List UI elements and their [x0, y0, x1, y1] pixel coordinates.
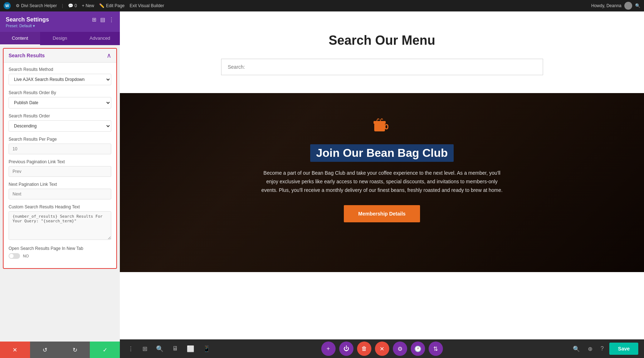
new-tab-label: Open Search Results Page In New Tab	[9, 246, 111, 251]
redo-button[interactable]: ↻	[60, 342, 90, 358]
check-icon: ✓	[103, 347, 107, 353]
desktop-icon[interactable]: 🖥	[170, 343, 180, 354]
svg-rect-0	[374, 124, 385, 131]
prev-link-label: Previous Pagination Link Text	[9, 159, 111, 164]
main-layout: Search Settings ⊞ ▤ ⋮ Preset: Default ▾ …	[0, 11, 644, 358]
next-link-field-group: Next Pagination Link Text	[9, 182, 111, 199]
divi-search-helper-link[interactable]: ⚙ Divi Search Helper	[16, 3, 57, 8]
more-icon[interactable]: ⋮	[109, 16, 114, 23]
more-options-icon[interactable]: ⋮	[126, 343, 136, 355]
help-icon[interactable]: ?	[598, 343, 606, 354]
order-by-select[interactable]: Publish DateTitleRelevanceModified Date	[9, 97, 111, 108]
collapse-button[interactable]: ∧	[107, 52, 111, 59]
close-button[interactable]: ✕	[0, 342, 30, 358]
power-button[interactable]: ⏻	[339, 342, 353, 356]
bean-bag-club-section: Join Our Bean Bag Club Become a part of …	[120, 93, 644, 272]
redo-icon: ↻	[73, 347, 77, 353]
bean-bag-body: Become a part of our Bean Bag Club and t…	[260, 169, 504, 194]
toolbar-left: ⋮ ⊞ 🔍 🖥 ⬜ 📱	[126, 343, 213, 355]
panel-title-icons: ⊞ ▤ ⋮	[92, 16, 114, 23]
next-link-label: Next Pagination Link Text	[9, 182, 111, 187]
admin-search-icon[interactable]: 🔍	[635, 3, 640, 8]
fullscreen-icon[interactable]: ⊞	[92, 16, 97, 23]
save-button[interactable]: Save	[609, 343, 638, 355]
panel-bottom: ✕ ↺ ↻ ✓	[0, 342, 120, 358]
new-tab-toggle[interactable]	[9, 253, 20, 259]
order-field-group: Search Results Order DescendingAscending	[9, 113, 111, 132]
search-right-icon[interactable]: 🔍	[571, 343, 582, 354]
panel-content: Search Results ∧ Search Results Method L…	[0, 45, 120, 342]
toggle-row: NO	[9, 253, 111, 259]
search-input[interactable]	[221, 59, 543, 75]
exit-builder-link[interactable]: Exit Visual Builder	[130, 3, 164, 8]
method-select[interactable]: Live AJAX Search Results DropdownStandar…	[9, 74, 111, 85]
search-box-container	[221, 59, 543, 75]
close-x-button[interactable]: ✕	[375, 342, 389, 356]
grid-icon[interactable]: ⊞	[140, 343, 150, 355]
toggle-no-label: NO	[23, 254, 29, 258]
svg-rect-2	[374, 121, 386, 124]
edit-page-link[interactable]: ✏️ Edit Page	[99, 3, 125, 8]
avatar[interactable]	[624, 2, 632, 10]
search-toolbar-icon[interactable]: 🔍	[154, 343, 166, 355]
next-link-input[interactable]	[9, 189, 111, 199]
order-select[interactable]: DescendingAscending	[9, 120, 111, 132]
canvas-area: Search Our Menu Join Our B	[120, 11, 644, 358]
heading-text-textarea[interactable]: {number_of_results} Search Results For Y…	[9, 211, 111, 240]
bottom-toolbar: ⋮ ⊞ 🔍 🖥 ⬜ 📱 + ⏻ 🗑 ✕ ⚙ 🕐 ⇅ 🔍 ⊕ ? Save	[120, 339, 644, 358]
left-panel: Search Settings ⊞ ▤ ⋮ Preset: Default ▾ …	[0, 11, 120, 358]
prev-link-field-group: Previous Pagination Link Text	[9, 159, 111, 177]
section-header-title: Search Results	[9, 53, 45, 58]
layout-icon[interactable]: ▤	[100, 16, 105, 23]
undo-button[interactable]: ↺	[30, 342, 60, 358]
method-label: Search Results Method	[9, 67, 111, 72]
sep1: |	[62, 3, 63, 8]
section-body: Search Results Method Live AJAX Search R…	[4, 63, 116, 268]
wp-logo[interactable]: W	[4, 2, 11, 9]
settings-button[interactable]: ⚙	[393, 342, 407, 356]
preset-label[interactable]: Preset: Default ▾	[6, 24, 114, 28]
canvas-content: Search Our Menu Join Our B	[120, 11, 644, 339]
prev-link-input[interactable]	[9, 166, 111, 177]
comment-icon: 💬	[68, 3, 73, 8]
panel-header: Search Settings ⊞ ▤ ⋮ Preset: Default ▾	[0, 11, 120, 32]
per-page-input[interactable]	[9, 144, 111, 154]
tablet-icon[interactable]: ⬜	[185, 343, 196, 355]
order-by-field-group: Search Results Order By Publish DateTitl…	[9, 90, 111, 108]
per-page-field-group: Search Results Per Page	[9, 137, 111, 154]
method-field-group: Search Results Method Live AJAX Search R…	[9, 67, 111, 85]
tab-advanced[interactable]: Advanced	[80, 32, 120, 45]
heading-text-field-group: Custom Search Results Heading Text {numb…	[9, 204, 111, 241]
adjust-button[interactable]: ⇅	[429, 342, 443, 356]
toolbar-center: + ⏻ 🗑 ✕ ⚙ 🕐 ⇅	[321, 342, 443, 356]
section-header: Search Results ∧	[4, 49, 116, 63]
new-tab-field-group: Open Search Results Page In New Tab NO	[9, 246, 111, 259]
search-our-menu-section: Search Our Menu	[120, 11, 644, 93]
layers-icon[interactable]: ⊕	[586, 343, 595, 354]
svg-rect-1	[385, 125, 388, 129]
search-results-section-box: Search Results ∧ Search Results Method L…	[3, 48, 117, 269]
search-heading: Search Our Menu	[127, 33, 637, 48]
tab-bar: Content Design Advanced	[0, 32, 120, 45]
tab-content[interactable]: Content	[0, 32, 40, 45]
new-menu-item[interactable]: + New	[82, 3, 94, 8]
membership-details-button[interactable]: Membership Details	[344, 205, 420, 222]
toolbar-right: 🔍 ⊕ ? Save	[571, 343, 638, 355]
mobile-icon[interactable]: 📱	[201, 343, 213, 355]
checkmark-button[interactable]: ✓	[90, 342, 120, 358]
trash-button[interactable]: 🗑	[357, 342, 371, 356]
panel-title-row: Search Settings ⊞ ▤ ⋮	[6, 16, 114, 23]
per-page-label: Search Results Per Page	[9, 137, 111, 142]
close-x-icon: ✕	[13, 347, 17, 353]
comments-link[interactable]: 💬 0	[68, 3, 77, 8]
admin-bar: W ⚙ Divi Search Helper | 💬 0 + New ✏️ Ed…	[0, 0, 644, 11]
clock-button[interactable]: 🕐	[411, 342, 425, 356]
add-button[interactable]: +	[321, 342, 336, 356]
order-label: Search Results Order	[9, 113, 111, 118]
coffee-icon	[127, 115, 637, 137]
panel-title: Search Settings	[6, 16, 49, 23]
heading-text-label: Custom Search Results Heading Text	[9, 204, 111, 209]
order-by-label: Search Results Order By	[9, 90, 111, 95]
undo-icon: ↺	[43, 347, 47, 353]
tab-design[interactable]: Design	[40, 32, 80, 45]
